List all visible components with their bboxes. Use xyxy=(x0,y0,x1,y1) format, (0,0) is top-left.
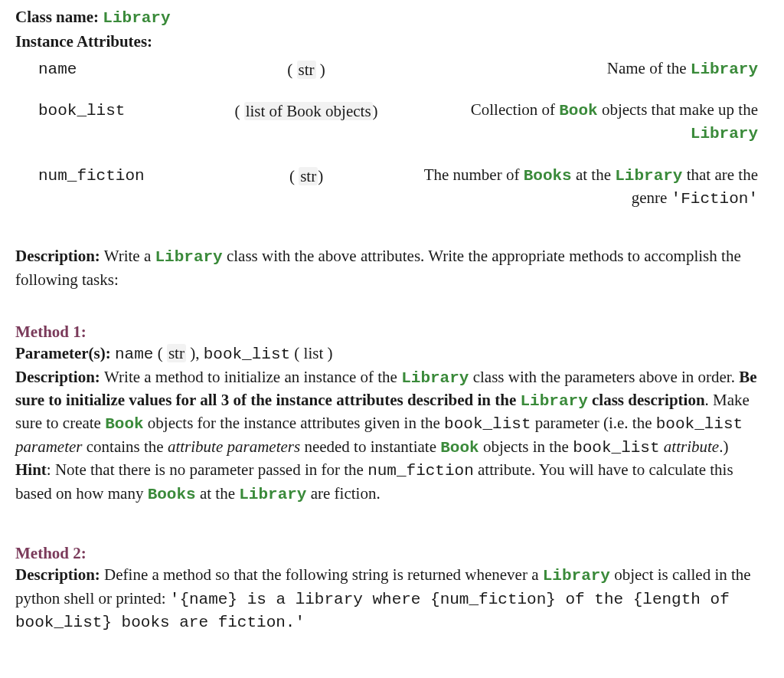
method-2-section: Method 2: Description: Define a method s… xyxy=(15,542,769,634)
instance-attrs-label: Instance Attributes: xyxy=(15,31,769,52)
method-1-description: Description: Write a method to initializ… xyxy=(15,366,769,459)
attr-desc: Name of the Library xyxy=(406,57,766,80)
attr-row: num_fiction ( str) The number of Books a… xyxy=(38,164,766,211)
attribute-table: name ( str ) Name of the Library book_li… xyxy=(38,57,766,211)
attr-desc: The number of Books at the Library that … xyxy=(406,164,766,211)
attr-name: num_fiction xyxy=(38,164,207,187)
attr-row: name ( str ) Name of the Library xyxy=(38,57,766,80)
method-2-title: Method 2: xyxy=(15,542,769,564)
class-name-label: Class name: xyxy=(15,8,103,26)
attr-row: book_list ( list of Book objects) Collec… xyxy=(38,99,766,146)
description-section: Description: Write a Library class with … xyxy=(15,245,769,290)
attr-type: ( list of Book objects) xyxy=(207,99,406,122)
class-name-value: Library xyxy=(103,9,170,27)
method-1-params: Parameter(s): name ( str ), book_list ( … xyxy=(15,342,769,365)
method-1-title: Method 1: xyxy=(15,321,769,342)
attr-type: ( str ) xyxy=(207,57,406,80)
attr-type: ( str) xyxy=(207,164,406,187)
class-name-line: Class name: Library xyxy=(15,6,769,29)
attr-name: book_list xyxy=(38,99,207,122)
method-1-section: Method 1: Parameter(s): name ( str ), bo… xyxy=(15,321,769,506)
method-1-hint: Hint: Note that there is no parameter pa… xyxy=(15,459,769,506)
description-text: Description: Write a Library class with … xyxy=(15,245,769,290)
attr-desc: Collection of Book objects that make up … xyxy=(406,99,766,146)
attr-name: name xyxy=(38,57,207,80)
method-2-description: Description: Define a method so that the… xyxy=(15,564,769,634)
